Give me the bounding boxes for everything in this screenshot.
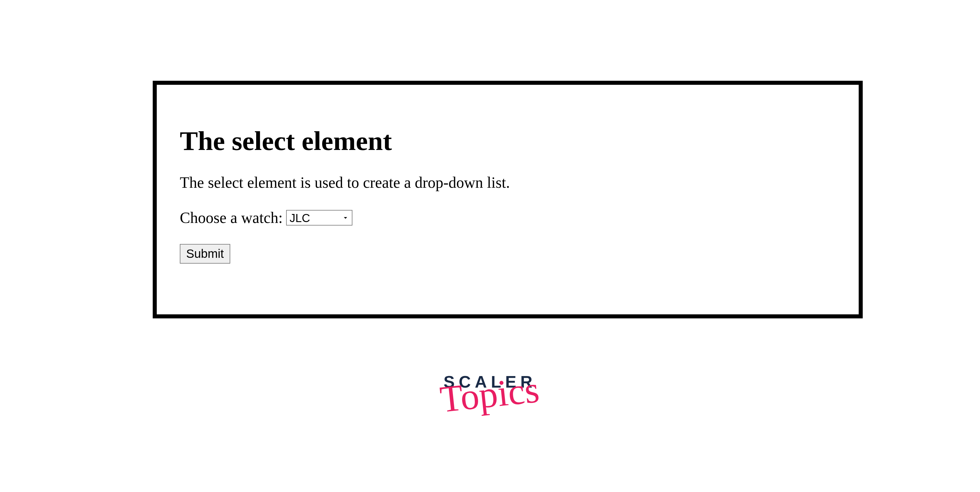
submit-button[interactable]: Submit xyxy=(180,244,230,264)
watch-label: Choose a watch: xyxy=(180,209,283,227)
scaler-topics-logo: SCALER Topics xyxy=(440,372,540,417)
description-text: The select element is used to create a d… xyxy=(180,174,836,192)
watch-select[interactable]: JLC xyxy=(286,210,352,225)
demo-box: The select element The select element is… xyxy=(153,81,863,318)
page-title: The select element xyxy=(180,125,836,156)
logo-topics-text: Topics xyxy=(438,372,541,416)
form-row: Choose a watch: JLC xyxy=(180,209,836,227)
